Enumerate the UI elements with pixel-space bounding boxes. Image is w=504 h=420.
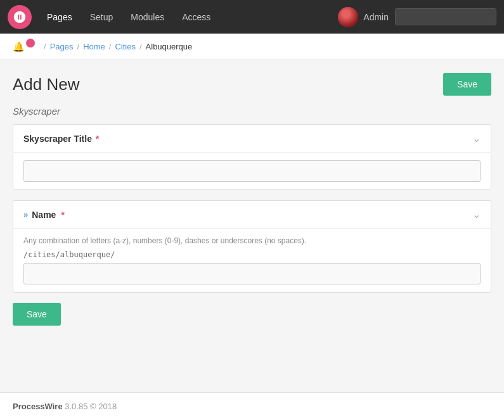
- avatar: [338, 7, 358, 27]
- name-input[interactable]: [23, 263, 481, 284]
- breadcrumb-sep-0: /: [44, 42, 46, 51]
- search-input[interactable]: [395, 8, 496, 25]
- nav-modules[interactable]: Modules: [123, 8, 172, 26]
- admin-label: Admin: [363, 12, 389, 22]
- collapse-name-icon[interactable]: ⌄: [472, 208, 481, 220]
- name-card-title-wrapper: » Name *: [23, 210, 65, 220]
- nav-access[interactable]: Access: [174, 8, 218, 26]
- logo-icon: [13, 10, 27, 24]
- page-header: Add New Save: [13, 73, 491, 96]
- path-prefix: /cities/albuquerque/: [23, 250, 481, 259]
- name-card-body: Any combination of letters (a-z), number…: [13, 229, 491, 292]
- search-wrapper: 🔍: [395, 8, 496, 25]
- bell-icon[interactable]: 🔔: [13, 41, 25, 53]
- name-card: » Name * ⌄ Any combination of letters (a…: [13, 200, 491, 293]
- notification-badge: [26, 39, 35, 48]
- name-card-header: » Name * ⌄: [13, 201, 491, 229]
- skyscraper-title-body: [13, 153, 491, 189]
- name-hint: Any combination of letters (a-z), number…: [23, 236, 481, 245]
- breadcrumb-sep-2: /: [109, 42, 112, 51]
- breadcrumb-home[interactable]: Home: [83, 42, 105, 51]
- nav-setup[interactable]: Setup: [82, 8, 121, 26]
- save-top-button[interactable]: Save: [443, 73, 491, 96]
- skyscraper-title-header: Skyscraper Title * ⌄: [13, 125, 491, 153]
- navbar-right: Admin 🔍: [338, 7, 496, 27]
- collapse-title-icon[interactable]: ⌄: [472, 132, 481, 144]
- required-star-title: *: [93, 134, 99, 144]
- skyscraper-title-card: Skyscraper Title * ⌄: [13, 124, 491, 190]
- save-bottom-button[interactable]: Save: [13, 303, 61, 326]
- admin-badge[interactable]: Admin: [338, 7, 389, 27]
- sub-header: 🔔 / Pages / Home / Cities / Albuquerque: [0, 34, 504, 60]
- breadcrumb-cities[interactable]: Cities: [115, 42, 136, 51]
- breadcrumb-pages[interactable]: Pages: [50, 42, 74, 51]
- breadcrumb-sep-3: /: [139, 42, 142, 51]
- required-star-name: *: [61, 210, 64, 220]
- navbar: Pages Setup Modules Access Admin 🔍: [0, 0, 504, 34]
- section-label: Skyscraper: [13, 106, 491, 117]
- chevron-right-icon: »: [23, 210, 28, 219]
- breadcrumb-sep-1: /: [77, 42, 80, 51]
- skyscraper-title-label: Skyscraper Title *: [23, 134, 99, 144]
- main-content: Add New Save Skyscraper Skyscraper Title…: [0, 60, 504, 338]
- nav-pages[interactable]: Pages: [39, 8, 80, 26]
- breadcrumb: 🔔 / Pages / Home / Cities / Albuquerque: [13, 41, 192, 53]
- page-title: Add New: [13, 75, 80, 94]
- skyscraper-title-input[interactable]: [23, 160, 481, 182]
- breadcrumb-current: Albuquerque: [146, 42, 193, 51]
- logo[interactable]: [8, 5, 32, 29]
